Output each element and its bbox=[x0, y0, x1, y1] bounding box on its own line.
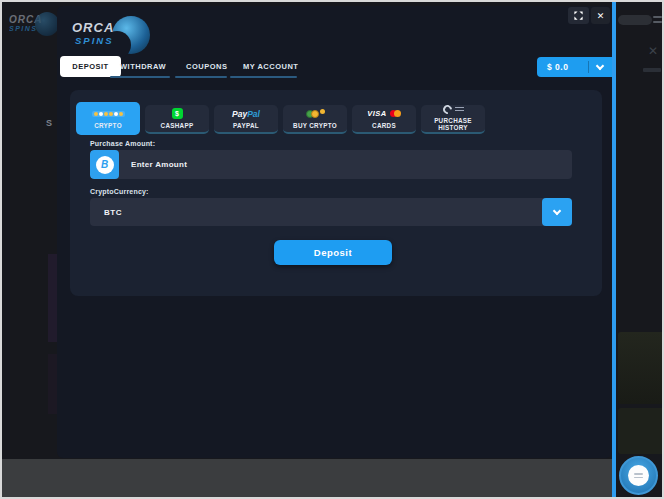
fullscreen-button[interactable] bbox=[568, 7, 589, 24]
payment-panel: CRYPTO $ CASHAPP PayPal PAYPAL BUY CRYPT… bbox=[70, 90, 602, 296]
payment-tab-label: CASHAPP bbox=[161, 122, 194, 130]
balance-dropdown-button[interactable]: $ 0.0 bbox=[537, 57, 612, 77]
background-menu-icon bbox=[653, 16, 662, 26]
chat-widget-button[interactable] bbox=[619, 456, 658, 495]
background-wallet-pill bbox=[618, 15, 652, 25]
payment-tab-label: BUY CRYPTO bbox=[293, 122, 337, 130]
screen: ORCA SPINS S ✕ ORCA SPINS bbox=[0, 0, 664, 499]
tab-deposit[interactable]: DEPOSIT bbox=[60, 56, 121, 77]
background-bottom-bar bbox=[2, 459, 612, 499]
btc-currency-icon: B bbox=[90, 150, 119, 179]
tab-coupons[interactable]: COUPONS bbox=[186, 62, 227, 71]
money-coins-icon bbox=[306, 108, 325, 120]
fullscreen-icon bbox=[573, 10, 584, 21]
tab-underline bbox=[110, 76, 170, 78]
tab-withdraw[interactable]: WITHDRAW bbox=[120, 62, 166, 71]
tab-my-account[interactable]: MY ACCOUNT bbox=[243, 62, 298, 71]
payment-tab-label: CRYPTO bbox=[94, 122, 122, 130]
payment-tab-cards[interactable]: VISA CARDS bbox=[352, 105, 416, 134]
payment-tab-label: CARDS bbox=[372, 122, 396, 130]
cashapp-icon: $ bbox=[172, 108, 183, 119]
deposit-modal: ORCA SPINS ✕ DEPOSIT WITHDRAW COU bbox=[57, 6, 612, 458]
paypal-logo-pay: Pay bbox=[232, 109, 247, 119]
payment-tab-purchase-history[interactable]: PURCHASE HISTORY bbox=[421, 105, 485, 134]
paypal-logo-icon: PayPal bbox=[232, 108, 260, 120]
background-orca-icon bbox=[35, 12, 59, 36]
orca-whale-icon bbox=[112, 16, 150, 54]
logo-text-spins: SPINS bbox=[75, 35, 114, 46]
background-game-thumbnail bbox=[618, 408, 664, 454]
balance-amount: $ 0.0 bbox=[547, 62, 568, 72]
chat-bubble-icon bbox=[628, 465, 649, 486]
chevron-down-icon bbox=[596, 62, 604, 70]
background-site-logo: ORCA SPINS bbox=[9, 14, 42, 32]
tab-underline bbox=[175, 76, 227, 78]
deposit-submit-button[interactable]: Deposit bbox=[274, 240, 392, 265]
cryptocurrency-select[interactable]: BTC bbox=[90, 198, 572, 226]
crypto-coins-icon bbox=[92, 108, 125, 120]
cryptocurrency-selected-value: BTC bbox=[104, 208, 122, 217]
purchase-amount-field: B bbox=[90, 150, 572, 179]
payment-tab-paypal[interactable]: PayPal PAYPAL bbox=[214, 105, 278, 134]
background-game-thumbnail bbox=[48, 254, 57, 342]
bitcoin-symbol: B bbox=[96, 156, 114, 174]
divider bbox=[588, 61, 589, 73]
background-game-thumbnail bbox=[618, 332, 664, 404]
amount-input[interactable] bbox=[119, 160, 572, 169]
logo-text-orca: ORCA bbox=[72, 20, 114, 35]
modal-scrollbar[interactable] bbox=[612, 2, 616, 497]
payment-tab-cashapp[interactable]: $ CASHAPP bbox=[145, 105, 209, 134]
payment-tab-label: PURCHASE HISTORY bbox=[426, 117, 480, 132]
background-faint-glyph: ✕ bbox=[648, 44, 658, 58]
payment-tab-label: PAYPAL bbox=[233, 122, 259, 130]
visa-logo-icon: VISA bbox=[367, 109, 387, 118]
background-game-thumbnail bbox=[48, 354, 57, 414]
select-dropdown-button[interactable] bbox=[542, 198, 572, 226]
chevron-down-icon bbox=[553, 207, 561, 215]
orca-spins-logo: ORCA SPINS bbox=[72, 14, 162, 58]
payment-tab-crypto[interactable]: CRYPTO bbox=[76, 102, 140, 135]
background-partial-text: S bbox=[46, 118, 52, 128]
close-button[interactable]: ✕ bbox=[591, 7, 610, 24]
background-caption-bar bbox=[643, 68, 661, 72]
payment-tab-buy-crypto[interactable]: BUY CRYPTO bbox=[283, 105, 347, 134]
paypal-logo-pal: Pal bbox=[247, 109, 260, 119]
history-icon bbox=[443, 105, 464, 115]
purchase-amount-label: Purchase Amount: bbox=[90, 140, 155, 147]
close-icon: ✕ bbox=[597, 11, 605, 21]
tab-underline bbox=[230, 76, 297, 78]
mastercard-icon bbox=[390, 110, 401, 117]
cryptocurrency-label: CryptoCurrency: bbox=[90, 188, 149, 195]
